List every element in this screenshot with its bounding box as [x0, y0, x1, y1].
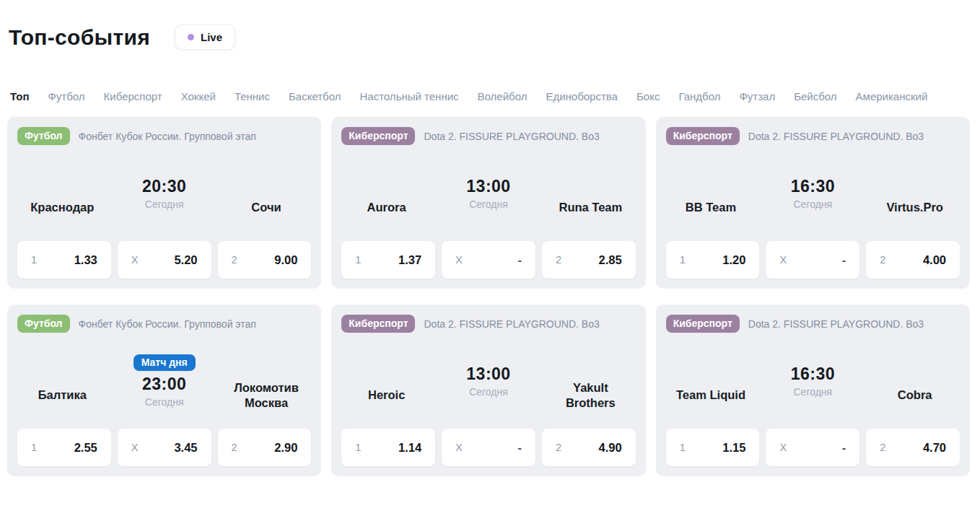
- odds-value: 1.14: [398, 441, 421, 455]
- event-time: 16:30: [791, 364, 835, 384]
- odds-label: 1: [31, 254, 37, 266]
- odds-label: 1: [355, 254, 361, 266]
- odds-value: 4.00: [923, 253, 946, 267]
- event-card-header: Киберспорт Dota 2. FISSURE PLAYGROUND. B…: [341, 315, 635, 333]
- event-card[interactable]: Киберспорт Dota 2. FISSURE PLAYGROUND. B…: [656, 117, 970, 289]
- event-date: Сегодня: [469, 386, 508, 398]
- team-away: Локомотив Москва: [222, 380, 312, 410]
- team-home: Aurora: [341, 200, 432, 215]
- odds-label: 1: [355, 442, 361, 453]
- odds-button[interactable]: 2 2.90: [218, 429, 312, 466]
- sport-tab[interactable]: Топ: [10, 90, 29, 102]
- odds-value: -: [842, 253, 846, 267]
- event-card[interactable]: Киберспорт Dota 2. FISSURE PLAYGROUND. B…: [656, 305, 970, 476]
- sport-tab[interactable]: Американский: [856, 90, 928, 102]
- odds-value: 1.33: [74, 253, 97, 267]
- tournament-name: Фонбет Кубок России. Групповой этап: [79, 318, 256, 330]
- odds-button[interactable]: X -: [442, 241, 535, 279]
- odds-label: 2: [232, 254, 237, 266]
- odds-button[interactable]: 1 1.33: [17, 241, 111, 279]
- events-grid: Футбол Фонбет Кубок России. Групповой эт…: [7, 117, 970, 476]
- event-time-block: 16:30 Сегодня: [756, 364, 870, 398]
- odds-button[interactable]: X 3.45: [118, 429, 211, 466]
- sport-tab[interactable]: Бейсбол: [794, 90, 836, 102]
- odds-label: 2: [880, 254, 885, 266]
- team-home: Балтика: [17, 388, 108, 403]
- odds-label: 1: [31, 442, 37, 453]
- odds-button[interactable]: X -: [766, 241, 859, 279]
- team-away: Virtus.Pro: [870, 200, 960, 215]
- odds-button[interactable]: 1 1.14: [341, 429, 435, 466]
- event-date: Сегодня: [145, 198, 184, 210]
- team-home-name: Heroic: [368, 388, 405, 403]
- sport-tab[interactable]: Футзал: [739, 90, 775, 102]
- event-card[interactable]: Футбол Фонбет Кубок России. Групповой эт…: [7, 305, 321, 476]
- team-home: BB Team: [666, 200, 756, 215]
- odds-label: 2: [232, 442, 237, 453]
- odds-value: 1.20: [722, 253, 745, 267]
- sport-tab[interactable]: Баскетбол: [289, 90, 341, 102]
- sport-tab[interactable]: Волейбол: [478, 90, 528, 102]
- event-card[interactable]: Футбол Фонбет Кубок России. Групповой эт…: [7, 117, 321, 289]
- sport-tab[interactable]: Теннис: [235, 90, 270, 102]
- odds-button[interactable]: 2 4.70: [866, 429, 960, 466]
- team-home-name: Aurora: [367, 200, 406, 215]
- odds-button[interactable]: 2 2.85: [542, 241, 636, 279]
- odds-value: 4.70: [923, 441, 946, 455]
- odds-label: X: [455, 442, 463, 453]
- odds-button[interactable]: 1 1.37: [341, 241, 435, 279]
- odds-button[interactable]: 1 2.55: [17, 429, 111, 466]
- odds-value: 2.90: [274, 441, 297, 455]
- sport-tab[interactable]: Киберспорт: [104, 90, 162, 102]
- odds-value: 2.55: [74, 441, 97, 455]
- team-home-name: Team Liquid: [676, 388, 745, 403]
- odds-row: 1 1.14 X - 2 4.90: [341, 429, 635, 466]
- team-away: Cobra: [870, 388, 960, 403]
- sport-tab[interactable]: Футбол: [48, 90, 84, 102]
- event-time: 13:00: [466, 364, 510, 384]
- odds-row: 1 1.33 X 5.20 2 9.00: [17, 241, 311, 279]
- sport-badge: Киберспорт: [341, 315, 415, 333]
- odds-label: X: [779, 442, 787, 453]
- odds-button[interactable]: 1 1.15: [666, 429, 760, 466]
- odds-button[interactable]: 2 4.00: [866, 241, 960, 279]
- odds-button[interactable]: X 5.20: [118, 241, 211, 279]
- team-away-name: Локомотив Москва: [224, 380, 309, 410]
- live-filter-button[interactable]: Live: [175, 25, 235, 50]
- event-card-header: Киберспорт Dota 2. FISSURE PLAYGROUND. B…: [666, 315, 960, 333]
- odds-value: -: [517, 441, 522, 455]
- tournament-name: Dota 2. FISSURE PLAYGROUND. Bo3: [748, 131, 924, 142]
- odds-button[interactable]: 1 1.20: [666, 241, 760, 279]
- event-time-block: 13:00 Сегодня: [432, 364, 546, 398]
- odds-button[interactable]: 2 9.00: [218, 241, 312, 279]
- sport-tab[interactable]: Настольный теннис: [359, 90, 458, 102]
- event-card[interactable]: Киберспорт Dota 2. FISSURE PLAYGROUND. B…: [331, 117, 645, 289]
- team-home-name: BB Team: [686, 200, 736, 215]
- odds-row: 1 1.20 X - 2 4.00: [666, 241, 960, 279]
- odds-button[interactable]: X -: [442, 429, 535, 466]
- event-card[interactable]: Киберспорт Dota 2. FISSURE PLAYGROUND. B…: [331, 305, 645, 476]
- odds-label: 1: [680, 254, 686, 266]
- sport-tab[interactable]: Бокс: [636, 90, 660, 102]
- odds-button[interactable]: X -: [766, 429, 859, 466]
- team-away-name: Cobra: [898, 388, 932, 403]
- sport-badge: Киберспорт: [666, 127, 740, 145]
- sport-tab[interactable]: Единоборства: [546, 90, 618, 102]
- odds-value: 5.20: [174, 253, 197, 267]
- odds-value: 2.85: [599, 253, 622, 267]
- event-time: 20:30: [142, 177, 186, 196]
- event-card-middle: Балтика Матч дня 23:00 Сегодня Локомотив…: [17, 333, 311, 429]
- team-home-name: Балтика: [38, 388, 87, 403]
- sport-badge: Футбол: [17, 315, 70, 333]
- event-time-block: Матч дня 23:00 Сегодня: [108, 354, 222, 408]
- odds-button[interactable]: 2 4.90: [542, 429, 636, 466]
- team-away: Сочи: [222, 200, 312, 215]
- sport-tab[interactable]: Хоккей: [181, 90, 216, 102]
- team-away-name: Virtus.Pro: [886, 200, 943, 215]
- live-dot-icon: [188, 34, 194, 40]
- team-home: Team Liquid: [666, 388, 756, 403]
- event-card-middle: Heroic 13:00 Сегодня Yakult Brothers: [341, 333, 635, 429]
- page-header: Топ-события Live: [7, 25, 970, 50]
- top-events-page: Топ-события Live ТопФутболКиберспортХокк…: [0, 0, 980, 476]
- sport-tab[interactable]: Гандбол: [678, 90, 720, 102]
